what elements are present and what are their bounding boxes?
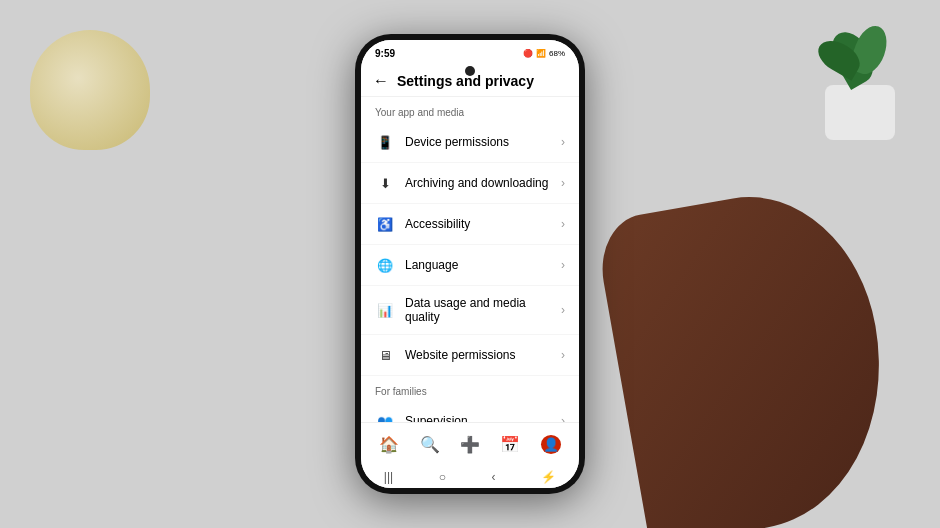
menu-item-icon: 👥 xyxy=(375,411,395,422)
menu-item-icon: 📱 xyxy=(375,132,395,152)
menu-item-label: Website permissions xyxy=(405,348,561,362)
chevron-right-icon: › xyxy=(561,258,565,272)
nav-profile[interactable]: 👤 xyxy=(541,435,561,454)
menu-item-label: Accessibility xyxy=(405,217,561,231)
phone-screen: 9:59 🔴 📶 68% ← Settings and privacy Your… xyxy=(361,40,579,488)
section-label: For families xyxy=(361,376,579,401)
android-navigation: ||| ○ ‹ ⚡ xyxy=(361,466,579,488)
page-title: Settings and privacy xyxy=(397,73,534,89)
chevron-right-icon: › xyxy=(561,414,565,422)
menu-item[interactable]: 🖥Website permissions› xyxy=(361,335,579,376)
menu-item-icon: ⬇ xyxy=(375,173,395,193)
nav-add[interactable]: ➕ xyxy=(460,435,480,454)
status-icons: 🔴 📶 68% xyxy=(523,49,565,58)
status-bar: 9:59 🔴 📶 68% xyxy=(361,40,579,66)
menu-item[interactable]: 📱Device permissions› xyxy=(361,122,579,163)
chevron-right-icon: › xyxy=(561,303,565,317)
menu-item-icon: 🌐 xyxy=(375,255,395,275)
menu-item-label: Device permissions xyxy=(405,135,561,149)
menu-item-icon: ♿ xyxy=(375,214,395,234)
settings-list: Your app and media📱Device permissions›⬇A… xyxy=(361,97,579,422)
nav-activity[interactable]: 📅 xyxy=(500,435,520,454)
phone: 9:59 🔴 📶 68% ← Settings and privacy Your… xyxy=(355,34,585,494)
menu-item-label: Data usage and media quality xyxy=(405,296,561,324)
menu-item-label: Language xyxy=(405,258,561,272)
menu-item-label: Archiving and downloading xyxy=(405,176,561,190)
chevron-right-icon: › xyxy=(561,217,565,231)
battery-icon: 68% xyxy=(549,49,565,58)
android-back[interactable]: ‹ xyxy=(492,470,496,484)
menu-item[interactable]: 🌐Language› xyxy=(361,245,579,286)
section-label: Your app and media xyxy=(361,97,579,122)
notification-icons: 🔴 xyxy=(523,49,533,58)
menu-item[interactable]: 📊Data usage and media quality› xyxy=(361,286,579,335)
camera-notch xyxy=(465,66,475,76)
menu-item-icon: 🖥 xyxy=(375,345,395,365)
menu-item[interactable]: 👥Supervision› xyxy=(361,401,579,422)
nav-home[interactable]: 🏠 xyxy=(379,435,399,454)
chevron-right-icon: › xyxy=(561,348,565,362)
android-home[interactable]: ○ xyxy=(439,470,446,484)
chevron-right-icon: › xyxy=(561,135,565,149)
bottom-navigation: 🏠 🔍 ➕ 📅 👤 xyxy=(361,422,579,466)
menu-item-icon: 📊 xyxy=(375,300,395,320)
plant-decoration xyxy=(810,20,910,140)
menu-item[interactable]: ♿Accessibility› xyxy=(361,204,579,245)
nav-search[interactable]: 🔍 xyxy=(420,435,440,454)
menu-item[interactable]: ⬇Archiving and downloading› xyxy=(361,163,579,204)
menu-item-label: Supervision xyxy=(405,414,561,422)
signal-icon: 📶 xyxy=(536,49,546,58)
apple-decoration xyxy=(30,30,150,150)
chevron-right-icon: › xyxy=(561,176,565,190)
status-time: 9:59 xyxy=(375,48,395,59)
android-menu[interactable]: ||| xyxy=(384,470,393,484)
android-assist[interactable]: ⚡ xyxy=(541,470,556,484)
back-button[interactable]: ← xyxy=(373,72,389,90)
